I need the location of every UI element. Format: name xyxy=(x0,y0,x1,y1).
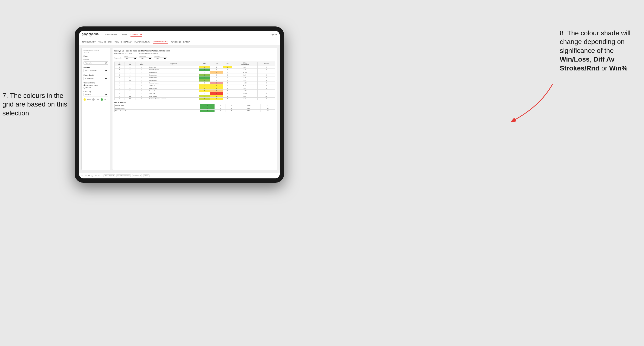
player-rank-label: Player (Rank) xyxy=(84,74,108,76)
sub-nav-player-summary[interactable]: PLAYER SUMMARY xyxy=(134,41,150,43)
opponent-view-label: Opponent view xyxy=(84,82,108,84)
player-label: Player xyxy=(84,55,108,57)
radio-opponents-label: Opponents Played xyxy=(86,85,98,86)
grid-icon[interactable]: ⊡ xyxy=(92,174,94,177)
share-btn[interactable]: Share xyxy=(143,174,150,177)
redo-icon[interactable]: ↪ xyxy=(88,174,90,177)
table-row: 1474Eunice Yi2200.389 xyxy=(114,84,275,87)
th-loss: Loss xyxy=(210,62,223,66)
ood-table: Foreign Team1004.5002NAIA Division 11500… xyxy=(114,104,275,112)
ood-table-row: NCAA Division 25007.40010 xyxy=(114,110,275,112)
table-row: 1311Jessica Huang010-3.002 xyxy=(114,82,275,84)
top-nav: SCOREBOARD Powered by clippd TOURNAMENTS… xyxy=(79,31,280,39)
sub-nav-team-h2h-heatmap[interactable]: TEAM H2H HEATMAP xyxy=(114,41,132,43)
table-row: 20116Emily Chang4100.3011 xyxy=(114,95,275,98)
more-icon[interactable]: ⋯ xyxy=(98,174,100,177)
gender-label: Gender xyxy=(84,59,108,61)
th-div: #Div xyxy=(114,62,124,66)
table-row: 1822Euna Lee010-5.002 xyxy=(114,92,275,95)
colour-by-select[interactable]: Win/loss xyxy=(84,93,108,96)
undo2-icon[interactable]: ↩ xyxy=(85,174,87,177)
radio-group: Opponents Played Top 100 xyxy=(84,84,108,89)
colour-down-label: Down xyxy=(88,99,91,100)
sub-nav-team-summary[interactable]: TEAM SUMMARY xyxy=(82,41,96,43)
save-custom-btn[interactable]: Save Custom View xyxy=(116,174,131,177)
th-opponent: Opponent xyxy=(148,62,199,66)
annotation-bold-winpct: Win% xyxy=(609,64,628,72)
nav-breadcrumb: › xyxy=(269,34,269,36)
division-section: Division NCAA Division III xyxy=(84,67,108,72)
division-record-label: Division Record: xyxy=(140,53,150,54)
sub-nav-team-h2h-grid[interactable]: TEAM H2H GRID xyxy=(98,41,112,43)
radio-opponents-played[interactable]: Opponents Played xyxy=(84,84,108,86)
sub-nav-player-h2h-grid[interactable]: PLAYER H2H GRID xyxy=(153,40,168,43)
undo-icon[interactable]: ↩ xyxy=(81,174,83,177)
conference-filter: Conference (All) xyxy=(139,55,152,60)
radio-dot-opponents xyxy=(84,84,86,86)
overall-record: Overall Record: 353 - 34 - 6 xyxy=(114,53,132,54)
main-content: Last Updated: 27/03/202416:55:38 Player … xyxy=(79,45,280,173)
th-tie: Tie xyxy=(223,62,232,66)
division-select[interactable]: NCAA Division III xyxy=(84,69,108,72)
region-filter: Region (All) xyxy=(124,55,137,60)
nav-teams[interactable]: TEAMS xyxy=(120,33,127,36)
region-label: Region xyxy=(124,55,137,57)
colour-level xyxy=(92,98,94,101)
ood-table-row: NAIA Division 115009.26730 xyxy=(114,107,275,110)
colour-legend: Down Level Up xyxy=(84,98,108,101)
scissors-icon[interactable]: ✂ xyxy=(95,174,97,177)
tablet-frame: SCOREBOARD Powered by clippd TOURNAMENTS… xyxy=(75,26,284,183)
opponent-select[interactable]: (All) xyxy=(154,57,167,60)
colour-down xyxy=(84,98,86,101)
h2h-table: #Div #Reg #Conf Opponent Win Loss Tie Di… xyxy=(114,62,275,100)
nav-right: › Sign out xyxy=(269,34,277,36)
conference-select[interactable]: (All) xyxy=(139,57,152,60)
out-of-division-label: Out of division xyxy=(114,102,275,103)
gender-select[interactable]: Women's xyxy=(84,61,108,65)
table-row: 522Alexis Sudjianto1004.003 xyxy=(114,69,275,71)
player-rank-select[interactable]: 8. Katelyn Vo xyxy=(84,77,108,80)
nav-tournaments[interactable]: TOURNAMENTS xyxy=(102,33,117,36)
colour-level-label: Level xyxy=(96,99,99,100)
th-reg: #Reg xyxy=(124,62,136,66)
right-panel: Katelyn Vo Head-to-Head Grid for Women's… xyxy=(112,48,277,170)
player-section: Player xyxy=(84,55,108,57)
gender-section: Gender Women's xyxy=(84,59,108,65)
grid-records: Overall Record: 353 - 34 - 6 Division Re… xyxy=(114,53,275,54)
nav-committee[interactable]: COMMITTEE xyxy=(130,33,142,36)
sub-nav-player-h2h-heatmap[interactable]: PLAYER H2H HEATMAP xyxy=(171,41,190,43)
nav-items: TOURNAMENTS TEAMS COMMITTEE xyxy=(102,33,269,36)
division-record-value: 331 - 34 - 6 xyxy=(150,53,158,54)
table-row: 1585Stella Cheng1101.254 xyxy=(114,87,275,90)
conference-label: Conference xyxy=(139,55,152,57)
opponents-filter-label: Opponents: xyxy=(114,57,122,59)
table-row: 633Sydney Kuo010-1.00 xyxy=(114,71,275,74)
opponent-label: Opponent xyxy=(154,55,167,57)
radio-dot-top100 xyxy=(84,87,86,89)
table-row: 20117Federica Domecq Lacroze2101.336 xyxy=(114,98,275,100)
ood-table-row: Foreign Team1004.5002 xyxy=(114,104,275,107)
watch-btn[interactable]: 👁 Watch ▾ xyxy=(132,174,142,177)
region-select[interactable]: (All) xyxy=(124,57,137,60)
sub-nav: TEAM SUMMARY TEAM H2H GRID TEAM H2H HEAT… xyxy=(79,39,280,45)
table-row: 1063Andrea York2004.004 xyxy=(114,76,275,79)
table-row: 914Sharon Mun1003.673 xyxy=(114,74,275,76)
opponent-filter: Opponent (All) xyxy=(154,55,167,60)
colour-up xyxy=(101,98,103,101)
annotation-right: 8. The colour shade will change dependin… xyxy=(560,29,639,73)
radio-top100-label: Top 100 xyxy=(86,87,91,88)
tablet-screen: SCOREBOARD Powered by clippd TOURNAMENTS… xyxy=(79,31,280,178)
colour-by-label: Colour by xyxy=(84,91,108,92)
annotation-left-text: 7. The colours in the grid are based on … xyxy=(2,92,67,117)
arrow-right-icon xyxy=(507,82,555,125)
radio-top100[interactable]: Top 100 xyxy=(84,87,108,89)
grid-title: Katelyn Vo Head-to-Head Grid for Women's… xyxy=(114,50,275,52)
sign-out-link[interactable]: Sign out xyxy=(270,34,277,36)
th-win: Win xyxy=(199,62,210,66)
opponent-view-section: Opponent view Opponents Played Top 100 xyxy=(84,82,108,89)
table-row: 1621Jessica Mason120-0.94 xyxy=(114,90,275,92)
colour-up-label: Up xyxy=(104,99,106,100)
view-original-btn[interactable]: View: Original xyxy=(104,174,115,177)
division-label: Division xyxy=(84,67,108,68)
logo-sub: Powered by clippd xyxy=(82,35,99,36)
